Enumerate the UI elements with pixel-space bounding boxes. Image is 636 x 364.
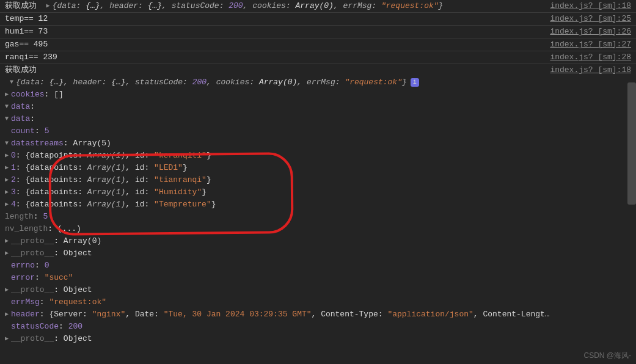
source-link[interactable]: index.js? [sm]:25 [543,13,631,25]
tree-header[interactable]: header: {Server: "nginx", Date: "Tue, 30… [0,308,636,321]
tree-proto[interactable]: __proto__: Array(0) [0,235,636,247]
tree-data[interactable]: data: [0,101,636,113]
tree-errno[interactable]: errno: 0 [0,260,636,272]
expand-icon[interactable] [5,174,11,186]
tree-proto[interactable]: __proto__: Object [0,284,636,296]
expand-icon[interactable] [46,0,53,12]
expand-icon[interactable] [5,162,11,174]
scrollbar-thumb[interactable] [627,82,636,205]
collapse-icon[interactable] [5,113,11,125]
collapse-icon[interactable] [5,137,11,150]
console-row[interactable]: ranqi== 239 index.js? [sm]:28 [0,51,636,64]
source-link[interactable]: index.js? [sm]:18 [543,0,631,12]
tree-ds-item[interactable]: 4: {datapoints: Array(1), id: "Tempretur… [0,198,636,211]
expand-icon[interactable] [5,150,11,162]
collapse-icon[interactable] [5,101,11,113]
log-text: temp== 12 [5,13,48,25]
log-prefix: 获取成功 [5,64,37,76]
expand-icon[interactable] [5,198,11,211]
tree-count[interactable]: count: 5 [0,125,636,137]
tree-ds-item[interactable]: 3: {datapoints: Array(1), id: "Humidity"… [0,186,636,198]
info-badge-icon[interactable]: i [411,78,419,87]
expand-icon[interactable] [5,284,11,296]
console-row-expanded-header[interactable]: 获取成功 index.js? [sm]:18 [0,64,636,76]
tree-datastreams[interactable]: datastreams: Array(5) [0,137,636,150]
object-summary: {data: {…}, header: {…}, statusCode: 200… [16,76,407,89]
console-row[interactable]: 获取成功 {data: {…}, header: {…}, statusCode… [0,0,636,13]
expand-icon[interactable] [5,247,11,260]
source-link[interactable]: index.js? [sm]:26 [543,26,631,38]
log-text: ranqi== 239 [5,51,57,64]
tree-nvlength[interactable]: nv_length: (...) [0,223,636,235]
source-link[interactable]: index.js? [sm]:18 [543,64,631,76]
tree-length[interactable]: length: 5 [0,211,636,223]
tree-proto[interactable]: __proto__: Object [0,247,636,260]
tree-ds-item[interactable]: 2: {datapoints: Array(1), id: "tianranqi… [0,174,636,186]
object-summary: {data: {…}, header: {…}, statusCode: 200… [53,0,444,12]
expand-icon[interactable] [5,235,11,247]
log-prefix: 获取成功 [5,0,37,12]
tree-cookies[interactable]: cookies: [] [0,89,636,101]
tree-data-inner[interactable]: data: [0,113,636,125]
tree-errmsg[interactable]: errMsg: "request:ok" [0,296,636,308]
tree-statuscode[interactable]: statusCode: 200 [0,321,636,333]
expand-icon[interactable] [5,308,11,321]
tree-error[interactable]: error: "succ" [0,272,636,284]
console-row[interactable]: temp== 12 index.js? [sm]:25 [0,13,636,26]
tree-ds-item[interactable]: 0: {datapoints: Array(1), id: "keranqiti… [0,150,636,162]
collapse-icon[interactable] [10,76,16,89]
tree-ds-item[interactable]: 1: {datapoints: Array(1), id: "LED1"} [0,162,636,174]
console-row[interactable]: humi== 73 index.js? [sm]:26 [0,26,636,38]
expand-icon[interactable] [5,186,11,198]
expand-icon[interactable] [5,89,11,101]
log-text: humi== 73 [5,26,48,38]
expand-icon[interactable] [5,333,11,345]
source-link[interactable]: index.js? [sm]:27 [543,38,631,51]
tree-proto[interactable]: __proto__: Object [0,333,636,345]
source-link[interactable]: index.js? [sm]:28 [543,51,631,64]
object-summary-row[interactable]: {data: {…}, header: {…}, statusCode: 200… [0,76,636,89]
log-text: gas== 495 [5,38,48,51]
watermark: CSDN @海风- [583,349,631,362]
console-row[interactable]: gas== 495 index.js? [sm]:27 [0,38,636,51]
